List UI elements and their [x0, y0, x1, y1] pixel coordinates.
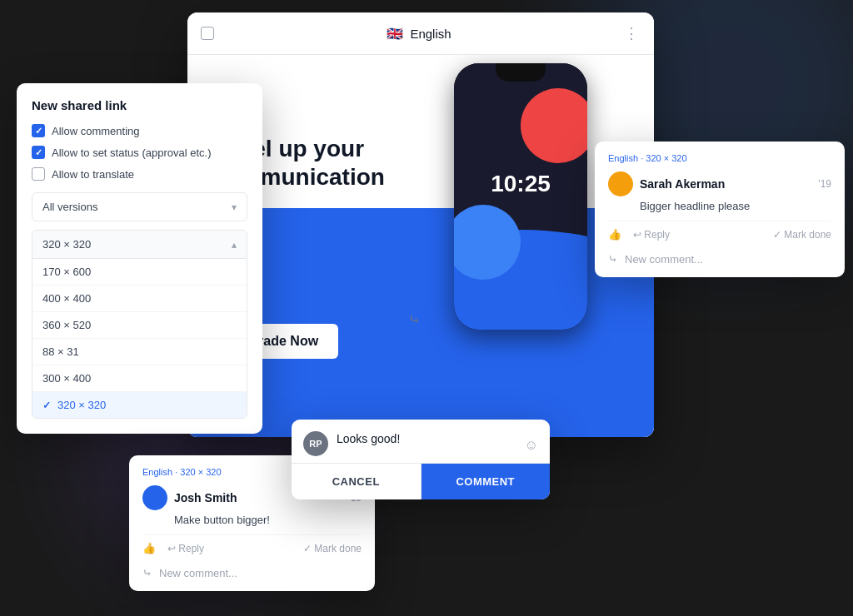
- size-option-360[interactable]: 360 × 520: [32, 312, 247, 339]
- card-meta-size-top: 320 × 320: [646, 153, 686, 163]
- allow-status-checkbox[interactable]: [32, 146, 45, 159]
- comment-time-top: '19: [818, 178, 831, 190]
- comment-action-row-top: 👍 ↩ Reply ✓ Mark done: [608, 221, 831, 241]
- allow-translate-row[interactable]: Allow to translate: [32, 167, 247, 181]
- blob-red: [521, 88, 587, 163]
- selected-size-label: 320 × 320: [42, 238, 91, 251]
- user-name-bottom: Josh Smith: [174, 491, 237, 504]
- new-comment-icon-top: ⤷: [608, 252, 618, 266]
- size-320-check-icon: ✓: [42, 400, 51, 411]
- user-info-bottom: Josh Smith: [142, 485, 237, 510]
- size-option-300[interactable]: 300 × 400: [32, 365, 247, 392]
- comment-body-bottom: Make button bigger!: [174, 514, 362, 526]
- browser-language-label: English: [410, 27, 451, 41]
- reply-button-bottom[interactable]: ↩ Reply: [167, 543, 204, 554]
- sizes-header[interactable]: 320 × 320 ▴: [32, 231, 247, 259]
- phone-notch: [496, 63, 546, 82]
- like-button-top[interactable]: 👍: [608, 228, 621, 241]
- new-comment-row-top: ⤷ New comment...: [608, 247, 831, 266]
- mark-done-bottom[interactable]: ✓ Mark done: [303, 543, 362, 554]
- cancel-button[interactable]: CANCEL: [292, 464, 422, 499]
- blob-blue2: [521, 255, 571, 305]
- allow-commenting-row[interactable]: Allow commenting: [32, 124, 247, 137]
- card-meta-language-top: English: [608, 153, 638, 163]
- comment-body-top: Bigger headline please: [640, 200, 831, 212]
- flag-icon: 🇬🇧: [387, 27, 403, 39]
- new-comment-placeholder-top[interactable]: New comment...: [625, 253, 703, 266]
- mark-done-top[interactable]: ✓ Mark done: [773, 229, 831, 241]
- size-170-label: 170 × 600: [42, 266, 91, 278]
- like-button-bottom[interactable]: 👍: [142, 542, 156, 554]
- size-option-320-selected[interactable]: ✓ 320 × 320: [32, 392, 247, 418]
- comment-card-top: English · 320 × 320 Sarah Akerman '19 Bi…: [595, 142, 845, 277]
- shared-link-panel: New shared link Allow commenting Allow t…: [17, 83, 262, 434]
- like-icon-top: 👍: [608, 228, 621, 241]
- browser-toolbar: 🇬🇧 English ⋮: [187, 12, 654, 55]
- new-comment-row-bottom: ⤷ New comment...: [142, 561, 362, 579]
- sizes-chevron-icon: ▴: [232, 239, 237, 251]
- size-300-label: 300 × 400: [42, 372, 91, 385]
- versions-chevron-icon: ▾: [232, 201, 237, 213]
- reply-button-top[interactable]: ↩ Reply: [633, 229, 670, 241]
- phone-frame: 10:25: [454, 63, 587, 330]
- size-400-label: 400 × 400: [42, 292, 91, 305]
- comment-input-area: RP Looks good! ☺: [292, 420, 550, 463]
- size-88-label: 88 × 31: [42, 345, 79, 358]
- phone-screen: 10:25: [454, 63, 587, 330]
- phone-time: 10:25: [491, 171, 551, 197]
- emoji-icon[interactable]: ☺: [525, 438, 538, 456]
- user-name-top: Sarah Akerman: [640, 177, 725, 191]
- card-meta-language-bottom: English: [142, 467, 172, 477]
- allow-status-row[interactable]: Allow to set status (approval etc.): [32, 146, 247, 159]
- size-option-170[interactable]: 170 × 600: [32, 259, 247, 286]
- versions-label: All versions: [42, 201, 97, 213]
- comment-action-buttons: CANCEL COMMENT: [292, 463, 550, 499]
- panel-title: New shared link: [32, 98, 247, 112]
- browser-menu-icon[interactable]: ⋮: [624, 24, 641, 42]
- versions-dropdown[interactable]: All versions ▾: [32, 192, 247, 221]
- allow-translate-checkbox[interactable]: [32, 167, 45, 181]
- card-meta-size-bottom: 320 × 320: [180, 467, 221, 477]
- size-360-label: 360 × 520: [42, 319, 91, 331]
- browser-checkbox[interactable]: [201, 27, 214, 40]
- comment-pin-icon: ⤷: [408, 310, 421, 329]
- allow-status-label: Allow to set status (approval etc.): [52, 147, 211, 159]
- commenter-avatar: RP: [303, 431, 328, 456]
- comment-dialog: RP Looks good! ☺ CANCEL COMMENT: [292, 420, 550, 499]
- user-avatar-bottom: [142, 485, 167, 510]
- size-option-400[interactable]: 400 × 400: [32, 286, 247, 312]
- user-info-top: Sarah Akerman: [608, 171, 725, 196]
- sizes-dropdown[interactable]: 320 × 320 ▴ 170 × 600 400 × 400 360 × 52…: [32, 230, 247, 419]
- comment-button[interactable]: COMMENT: [422, 464, 551, 499]
- browser-title: 🇬🇧 English: [387, 27, 451, 41]
- comment-text-input[interactable]: Looks good!: [337, 431, 516, 448]
- comment-user-row-top: Sarah Akerman '19: [608, 171, 831, 196]
- size-option-88[interactable]: 88 × 31: [32, 339, 247, 365]
- user-avatar-top: [608, 171, 633, 196]
- size-320-label: 320 × 320: [57, 399, 106, 411]
- phone-container: 10:25: [454, 63, 604, 346]
- allow-commenting-label: Allow commenting: [52, 125, 140, 137]
- like-icon-bottom: 👍: [142, 542, 156, 554]
- allow-commenting-checkbox[interactable]: [32, 124, 45, 137]
- comment-action-row-bottom: 👍 ↩ Reply ✓ Mark done: [142, 534, 362, 554]
- allow-translate-label: Allow to translate: [52, 168, 134, 181]
- card-meta-top: English · 320 × 320: [608, 153, 831, 163]
- new-comment-placeholder-bottom[interactable]: New comment...: [159, 567, 237, 579]
- new-comment-icon-bottom: ⤷: [142, 566, 152, 579]
